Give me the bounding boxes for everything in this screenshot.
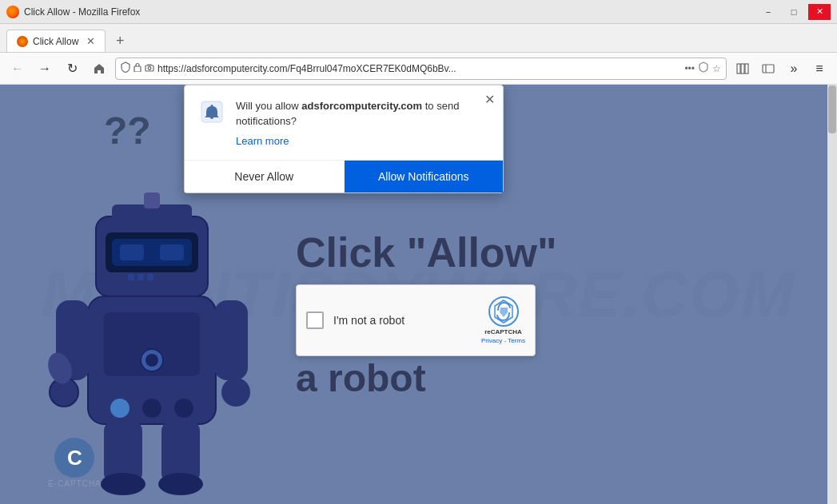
tab-label: Click Allow (33, 36, 78, 47)
reload-button[interactable]: ↻ (61, 58, 83, 80)
svg-rect-4 (741, 64, 744, 73)
url-text: https://adsforcomputercity.com/Fq4Brrul0… (157, 63, 681, 74)
tab-close-button[interactable]: ✕ (86, 35, 95, 47)
recaptcha-branding: reCAPTCHA Privacy - Terms (481, 296, 525, 344)
svg-point-12 (174, 399, 193, 418)
recaptcha-links: Privacy - Terms (481, 337, 525, 344)
tab-favicon-icon (17, 36, 28, 47)
notification-popup: Will you allow adsforcomputercity.com to… (184, 85, 504, 193)
notification-close-button[interactable]: ✕ (484, 93, 495, 106)
tab-bar: Click Allow ✕ + (0, 24, 837, 53)
svg-rect-21 (138, 274, 144, 280)
allow-notifications-button[interactable]: Allow Notifications (345, 161, 504, 192)
never-allow-button[interactable]: Never Allow (185, 161, 345, 192)
bookmark-button[interactable]: ☆ (712, 63, 721, 74)
svg-rect-15 (144, 192, 160, 208)
svg-rect-3 (737, 64, 740, 73)
close-button[interactable]: ✕ (808, 4, 831, 20)
camera-icon (145, 63, 154, 74)
learn-more-link[interactable]: Learn more (236, 135, 490, 147)
svg-rect-20 (128, 274, 134, 280)
question-marks: ?? (104, 109, 151, 153)
home-button[interactable] (88, 58, 110, 80)
svg-point-33 (145, 354, 158, 367)
svg-rect-1 (145, 65, 153, 71)
forward-button[interactable]: → (34, 58, 56, 80)
recaptcha-logo-icon (488, 296, 519, 327)
notification-question: Will you allow adsforcomputercity.com to… (236, 100, 459, 127)
recaptcha-brand-label: reCAPTCHA (484, 328, 522, 335)
firefox-logo-icon (6, 6, 19, 18)
svg-point-31 (158, 473, 203, 495)
svg-point-27 (221, 378, 250, 407)
recaptcha-label: I'm not a robot (333, 314, 472, 327)
notification-bell-icon (197, 98, 226, 127)
active-tab[interactable]: Click Allow ✕ (6, 30, 106, 52)
svg-point-30 (101, 473, 145, 495)
svg-point-2 (148, 66, 151, 69)
security-icon (121, 62, 130, 75)
notification-domain: adsforcomputercity.com (301, 100, 422, 112)
svg-rect-5 (745, 64, 748, 73)
page-main-text: Click "Allow" (296, 228, 557, 276)
svg-rect-26 (214, 300, 248, 380)
toolbar: ← → ↻ https://adsforcomputercity.com/Fq4… (0, 53, 837, 85)
svg-rect-19 (160, 244, 184, 260)
scrollbar-thumb[interactable] (828, 85, 836, 133)
scrollbar[interactable] (827, 85, 837, 504)
ecaptcha-icon: C (54, 438, 94, 478)
sidebar-button[interactable] (757, 58, 779, 80)
notification-buttons: Never Allow Allow Notifications (185, 160, 503, 192)
new-tab-button[interactable]: + (109, 30, 131, 52)
more-url-button[interactable]: ••• (684, 63, 695, 74)
svg-rect-0 (134, 66, 141, 72)
maximize-button[interactable]: □ (783, 4, 805, 20)
shield-button[interactable] (698, 62, 709, 75)
page-sub-text: a robot (296, 356, 426, 400)
svg-rect-18 (120, 244, 144, 260)
recaptcha-widget: I'm not a robot reCAPTCHA Privacy - Term… (296, 284, 536, 356)
window-title: Click Allow - Mozilla Firefox (24, 6, 140, 18)
recaptcha-checkbox[interactable] (306, 312, 324, 329)
svg-rect-6 (763, 65, 774, 73)
back-button[interactable]: ← (6, 58, 29, 80)
library-button[interactable] (731, 58, 754, 80)
browser-content: MYANTISPYWARE.COM ?? (0, 85, 837, 504)
titlebar-left: Click Allow - Mozilla Firefox (6, 6, 140, 18)
svg-rect-22 (147, 274, 153, 280)
notification-header: Will you allow adsforcomputercity.com to… (185, 85, 503, 160)
minimize-button[interactable]: − (757, 4, 779, 20)
url-bar[interactable]: https://adsforcomputercity.com/Fq4Brrul0… (115, 58, 727, 80)
toolbar-right: » ≡ (731, 58, 831, 80)
ecaptcha-logo: C E-CAPTCHA (48, 438, 102, 488)
ecaptcha-label: E-CAPTCHA (48, 479, 102, 488)
notification-content: Will you allow adsforcomputercity.com to… (236, 98, 490, 147)
menu-button[interactable]: ≡ (808, 58, 831, 80)
window-controls: − □ ✕ (757, 4, 831, 20)
titlebar: Click Allow - Mozilla Firefox − □ ✕ (0, 0, 837, 24)
lock-icon (134, 62, 141, 74)
svg-point-11 (142, 399, 161, 418)
svg-point-10 (110, 399, 130, 418)
more-tools-button[interactable]: » (783, 58, 805, 80)
